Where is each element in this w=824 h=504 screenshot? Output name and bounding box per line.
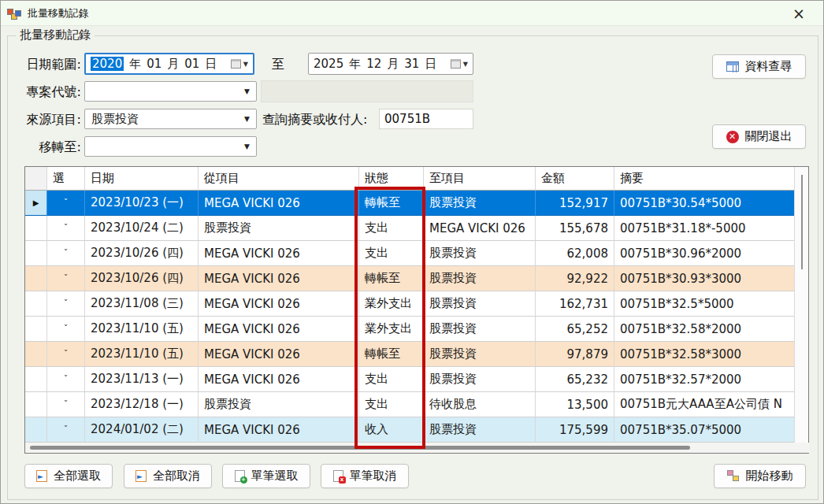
cell-memo[interactable]: 00751B*32.58*3000 <box>614 342 796 367</box>
date-from-day[interactable]: 01 <box>184 57 199 71</box>
cell-date[interactable]: 2023/10/26 (四) <box>85 266 199 291</box>
cell-date[interactable]: 2023/10/24 (二) <box>85 216 199 241</box>
deselect-one-button[interactable]: x 單筆取消 <box>321 464 409 488</box>
date-to-year[interactable]: 2025 <box>314 57 343 71</box>
cell-from-item[interactable]: MEGA VICKI 026 <box>199 342 359 367</box>
cell-status[interactable]: 收入 <box>359 417 424 443</box>
cell-from-item[interactable]: MEGA VICKI 026 <box>199 417 359 443</box>
row-header-cell[interactable] <box>25 266 47 291</box>
select-one-button[interactable]: + 單筆選取 <box>222 464 310 488</box>
horizontal-scrollbar[interactable] <box>25 443 810 453</box>
table-row[interactable]: ˇ2024/01/02 (二)MEGA VICKI 026收入股票投資175,5… <box>25 417 796 443</box>
cell-date[interactable]: 2023/10/23 (一) <box>85 191 199 216</box>
cell-amount[interactable]: 62,008 <box>536 241 614 266</box>
cell-status[interactable]: 支出 <box>359 367 424 392</box>
cell-from-item[interactable]: 股票投資 <box>199 216 359 241</box>
cell-select-check[interactable]: ˇ <box>47 266 85 291</box>
table-row[interactable]: ˇ2023/11/10 (五)MEGA VICKI 026業外支出股票投資65,… <box>25 317 796 342</box>
vertical-scrollbar-thumb[interactable] <box>801 175 803 269</box>
cell-status[interactable]: 業外支出 <box>359 291 424 317</box>
cell-memo[interactable]: 00751B*32.57*2000 <box>614 367 796 392</box>
column-header-4[interactable]: 至項目 <box>424 167 536 191</box>
cell-select-check[interactable]: ˇ <box>47 291 85 317</box>
cell-status[interactable]: 業外支出 <box>359 317 424 342</box>
cell-amount[interactable]: 152,917 <box>536 191 614 216</box>
cell-amount[interactable]: 92,922 <box>536 266 614 291</box>
select-all-button[interactable]: ► 全部選取 <box>24 464 113 488</box>
cell-select-check[interactable]: ˇ <box>47 241 85 266</box>
cell-to-item[interactable]: 股票投資 <box>424 342 536 367</box>
cell-date[interactable]: 2023/11/10 (五) <box>85 342 199 367</box>
cell-from-item[interactable]: MEGA VICKI 026 <box>199 241 359 266</box>
cell-amount[interactable]: 175,599 <box>536 417 614 443</box>
row-header-cell[interactable] <box>25 216 47 241</box>
table-row[interactable]: ˇ2023/11/10 (五)MEGA VICKI 026轉帳至股票投資97,8… <box>25 342 796 367</box>
horizontal-scrollbar-thumb[interactable] <box>30 446 690 450</box>
cell-memo[interactable]: 00751B*35.07*5000 <box>614 417 796 443</box>
cell-memo[interactable]: 00751B*32.58*2000 <box>614 317 796 342</box>
cell-amount[interactable]: 155,678 <box>536 216 614 241</box>
cell-to-item[interactable]: 股票投資 <box>424 317 536 342</box>
cell-status[interactable]: 支出 <box>359 241 424 266</box>
column-header-3[interactable]: 狀態 <box>359 167 424 191</box>
date-from-calendar-dropdown[interactable]: ▼ <box>231 59 248 69</box>
cell-amount[interactable]: 65,232 <box>536 367 614 392</box>
row-header-cell[interactable] <box>25 417 47 443</box>
cell-amount[interactable]: 97,879 <box>536 342 614 367</box>
row-header-cell[interactable] <box>25 392 47 417</box>
cell-from-item[interactable]: MEGA VICKI 026 <box>199 367 359 392</box>
row-header-cell[interactable] <box>25 342 47 367</box>
source-item-combo[interactable]: 股票投資 ▼ <box>84 109 257 129</box>
cell-from-item[interactable]: 股票投資 <box>199 392 359 417</box>
cell-date[interactable]: 2023/11/10 (五) <box>85 317 199 342</box>
cell-status[interactable]: 轉帳至 <box>359 191 424 216</box>
row-header-cell[interactable] <box>25 367 47 392</box>
table-row[interactable]: ˇ2023/11/13 (一)MEGA VICKI 026支出股票投資65,23… <box>25 367 796 392</box>
cell-select-check[interactable]: ˇ <box>47 367 85 392</box>
cell-date[interactable]: 2023/12/18 (一) <box>85 392 199 417</box>
date-from-picker[interactable]: 2020 年 01 月 01 日 ▼ <box>84 53 254 75</box>
cell-select-check[interactable]: ˇ <box>47 392 85 417</box>
cell-from-item[interactable]: MEGA VICKI 026 <box>199 317 359 342</box>
column-header-5[interactable]: 金額 <box>536 167 614 191</box>
cell-select-check[interactable]: ˇ <box>47 191 85 216</box>
vertical-scrollbar[interactable] <box>794 167 808 443</box>
records-table[interactable]: 選日期從項目狀態至項目金額摘要▶ˇ2023/10/23 (一)MEGA VICK… <box>24 166 809 454</box>
cell-date[interactable]: 2023/11/08 (三) <box>85 291 199 317</box>
cell-memo[interactable]: 00751B元大AAA至A公司債 N <box>614 392 796 417</box>
cell-select-check[interactable]: ˇ <box>47 216 85 241</box>
table-row[interactable]: ˇ2023/11/08 (三)MEGA VICKI 026業外支出股票投資162… <box>25 291 796 317</box>
cell-to-item[interactable]: 股票投資 <box>424 417 536 443</box>
deselect-all-button[interactable]: ► 全部取消 <box>124 464 212 488</box>
cell-from-item[interactable]: MEGA VICKI 026 <box>199 191 359 216</box>
cell-date[interactable]: 2023/11/13 (一) <box>85 367 199 392</box>
cell-from-item[interactable]: MEGA VICKI 026 <box>199 291 359 317</box>
cell-memo[interactable]: 00751B*30.96*2000 <box>614 241 796 266</box>
row-header-cell[interactable] <box>25 241 47 266</box>
cell-amount[interactable]: 65,252 <box>536 317 614 342</box>
cell-status[interactable]: 轉帳至 <box>359 266 424 291</box>
cell-status[interactable]: 支出 <box>359 392 424 417</box>
cell-memo[interactable]: 00751B*30.54*5000 <box>614 191 796 216</box>
column-header-6[interactable]: 摘要 <box>614 167 796 191</box>
cell-select-check[interactable]: ˇ <box>47 317 85 342</box>
cell-select-check[interactable]: ˇ <box>47 417 85 443</box>
cell-amount[interactable]: 162,731 <box>536 291 614 317</box>
date-from-year[interactable]: 2020 <box>91 57 124 71</box>
date-from-month[interactable]: 01 <box>147 57 161 71</box>
column-header-2[interactable]: 從項目 <box>199 167 359 191</box>
row-header-cell[interactable] <box>25 291 47 317</box>
cell-memo[interactable]: 00751B*32.5*5000 <box>614 291 796 317</box>
date-to-month[interactable]: 12 <box>366 57 381 71</box>
cell-to-item[interactable]: 股票投資 <box>424 191 536 216</box>
date-to-calendar-dropdown[interactable]: ▼ <box>451 59 468 69</box>
cell-amount[interactable]: 13,500 <box>536 392 614 417</box>
cell-date[interactable]: 2024/01/02 (二) <box>85 417 199 443</box>
cell-to-item[interactable]: MEGA VICKI 026 <box>424 216 536 241</box>
row-header-cell[interactable]: ▶ <box>25 191 47 216</box>
start-move-button[interactable]: 開始移動 <box>714 464 806 488</box>
cell-select-check[interactable]: ˇ <box>47 342 85 367</box>
cell-to-item[interactable]: 待收股息 <box>424 392 536 417</box>
cell-status[interactable]: 轉帳至 <box>359 342 424 367</box>
cell-date[interactable]: 2023/10/26 (四) <box>85 241 199 266</box>
